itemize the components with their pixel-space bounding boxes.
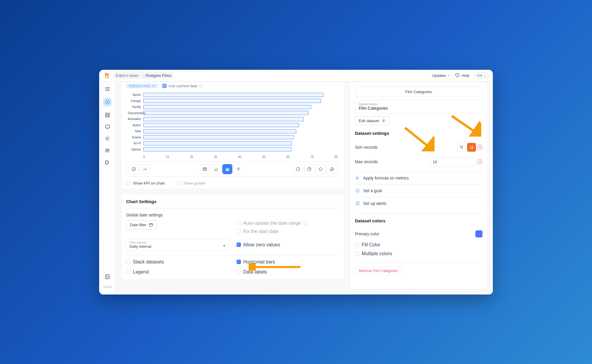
bar-category-label: Animation	[128, 117, 143, 121]
fill-color-checkbox[interactable]: Fill Color	[355, 240, 482, 249]
max-records-input[interactable]: 10	[429, 158, 475, 166]
dataset-settings-title: Dataset settings	[355, 131, 482, 136]
horizontal-bars-checkbox[interactable]: Horizontal bars	[237, 259, 340, 265]
date-filter-button[interactable]: Date filter	[126, 220, 157, 229]
app-window: Editor's team › Postgres Films Updates H…	[99, 70, 493, 295]
chart-type-none[interactable]	[129, 164, 139, 174]
svg-text:1: 1	[462, 147, 463, 149]
show-growth-checkbox: Show growth	[177, 181, 206, 185]
svg-line-18	[132, 168, 135, 170]
remove-dataset-button[interactable]: Remove Film Categories	[355, 267, 402, 275]
checkbox-icon	[177, 181, 181, 185]
x-tick: 70	[310, 155, 313, 158]
chart-type-pie[interactable]	[304, 164, 314, 174]
checkbox-icon	[162, 84, 167, 88]
right-column: Film Categories Dataset name Film Catego…	[350, 82, 488, 289]
multiple-colors-label: Multiple colors	[362, 251, 392, 256]
primary-color-row: Primary color	[355, 227, 482, 240]
primary-color-swatch[interactable]	[475, 230, 482, 237]
chart-bar-row: Family	[143, 104, 338, 110]
chart-type-donut[interactable]	[327, 164, 337, 174]
chart-type-table[interactable]	[200, 164, 210, 174]
breadcrumb-team[interactable]: Editor's team	[113, 72, 140, 79]
apply-formula-link[interactable]: fy Apply formula on metrics	[355, 172, 482, 184]
set-alerts-link[interactable]: Set up alerts	[355, 197, 482, 210]
use-cached-checkbox[interactable]: Use cached data ⓘ	[162, 84, 203, 88]
bar-category-label: Documentary	[128, 111, 143, 115]
svg-rect-10	[105, 125, 110, 128]
kpi-options: Show KPI on chart Show growth	[126, 181, 340, 185]
chart-type-line[interactable]	[140, 164, 150, 174]
puzzle-icon[interactable]	[104, 159, 111, 166]
chart-type-radar[interactable]	[316, 164, 326, 174]
top-bar: Editor's team › Postgres Films Updates H…	[99, 70, 493, 82]
menu-icon[interactable]	[104, 86, 111, 92]
chart-type-selector: #	[126, 161, 340, 177]
legend-checkbox[interactable]: Legend	[126, 269, 229, 275]
bar	[143, 111, 308, 115]
calendar-icon	[149, 223, 153, 227]
users-icon[interactable]	[104, 147, 111, 154]
svg-rect-6	[105, 113, 107, 114]
add-button[interactable]	[103, 98, 112, 106]
show-kpi-checkbox[interactable]: Show KPI on chart	[126, 181, 165, 185]
chart-type-gauge[interactable]	[293, 164, 303, 174]
bar-category-label: New	[128, 130, 143, 133]
stack-datasets-checkbox[interactable]: Stack datasets	[126, 259, 229, 265]
collapse-icon[interactable]	[104, 274, 111, 280]
set-goal-link[interactable]: Set a goal	[355, 184, 482, 197]
sort-records-label: Sort records	[355, 145, 377, 150]
help-link[interactable]: Help	[455, 73, 469, 78]
stack-datasets-label: Stack datasets	[133, 259, 164, 265]
gear-icon[interactable]	[104, 135, 111, 142]
breadcrumb-project[interactable]: › Postgres Films	[139, 72, 173, 79]
bar-category-label: Games	[128, 148, 143, 151]
bar	[143, 141, 292, 145]
remove-max-button[interactable]: ✕	[477, 159, 482, 164]
x-tick: 40	[238, 155, 241, 158]
refresh-label: Refresh chart	[129, 84, 150, 88]
bar	[143, 147, 292, 151]
svg-rect-26	[228, 169, 229, 171]
user-menu[interactable]: Edi ⌄	[475, 72, 489, 79]
sort-asc-button[interactable]: 01	[457, 143, 466, 152]
chart-type-bar[interactable]	[222, 164, 232, 174]
bar-category-label: Drama	[128, 136, 143, 139]
multiple-colors-checkbox[interactable]: Multiple colors	[355, 249, 482, 258]
app-logo-icon	[103, 72, 110, 79]
info-icon: ⓘ	[303, 220, 308, 227]
x-tick: 50	[262, 155, 266, 158]
edit-dataset-button[interactable]: Edit dataset	[355, 116, 390, 125]
updates-link[interactable]: Updates	[432, 73, 450, 78]
bar	[143, 135, 294, 139]
cached-label: Use cached data	[168, 84, 197, 88]
bar-category-label: Foreign	[128, 99, 143, 103]
chart-bar-row: Sports	[143, 92, 338, 98]
sort-desc-button[interactable]: 10	[467, 143, 476, 152]
svg-rect-24	[226, 169, 226, 171]
dashboard-icon[interactable]	[104, 112, 111, 118]
x-tick: 60	[286, 155, 289, 158]
show-growth-label: Show growth	[184, 181, 206, 185]
time-interval-select[interactable]: Time interval Daily interval ⌄	[126, 239, 229, 251]
dataset-panel: Film Categories Dataset name Film Catego…	[350, 82, 488, 289]
chart-type-area[interactable]	[211, 164, 221, 174]
allow-zero-checkbox[interactable]: Allow zero values	[237, 239, 340, 251]
bar	[143, 123, 299, 127]
svg-rect-9	[108, 115, 109, 117]
updates-dot-icon	[448, 75, 450, 76]
remove-sort-button[interactable]: ✕	[477, 145, 482, 150]
chart-bar-row: Games	[143, 146, 338, 153]
monitor-icon[interactable]	[104, 124, 111, 130]
dataset-colors-title: Dataset colors	[355, 218, 482, 223]
chart-type-number[interactable]: #	[234, 164, 244, 174]
chevron-down-icon: ⌄	[483, 74, 486, 77]
chart-settings-title: Chart Settings	[126, 199, 340, 204]
data-labels-checkbox[interactable]: Data labels	[237, 269, 340, 275]
checkbox-icon	[237, 229, 241, 234]
chart-bar-row: Sci-Fi	[143, 140, 338, 147]
dataset-name-input[interactable]: Dataset name Film Categories	[355, 100, 482, 113]
dataset-tab[interactable]: Film Categories	[355, 87, 482, 97]
content: Refresh chart ↻ Use cached data ⓘ Sports…	[116, 82, 493, 295]
refresh-chart-button[interactable]: Refresh chart ↻	[126, 84, 158, 88]
